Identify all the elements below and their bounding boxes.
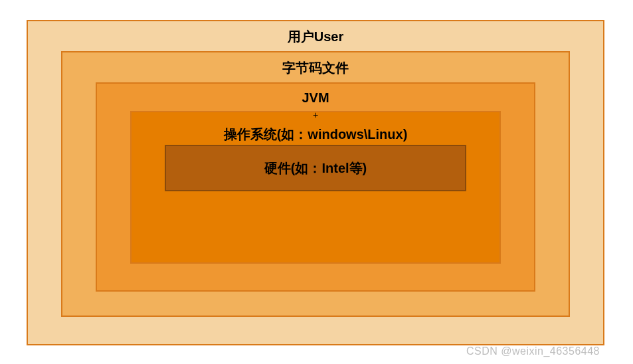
watermark-text: CSDN @weixin_46356448 [466, 345, 600, 357]
layer-bytecode: 字节码文件 JVM + 操作系统(如：windows\Linux) 硬件(如：I… [61, 51, 570, 317]
layer-hardware: 硬件(如：Intel等) [165, 145, 466, 191]
label-os: 操作系统(如：windows\Linux) [132, 118, 499, 145]
label-jvm: JVM [97, 84, 534, 111]
label-user: 用户User [28, 21, 603, 51]
layer-os: + 操作系统(如：windows\Linux) 硬件(如：Intel等) [130, 111, 501, 264]
layer-jvm: JVM + 操作系统(如：windows\Linux) 硬件(如：Intel等) [96, 82, 535, 292]
plus-symbol: + [132, 112, 499, 118]
layer-user: 用户User 字节码文件 JVM + 操作系统(如：windows\Linux)… [27, 20, 604, 345]
label-bytecode: 字节码文件 [62, 52, 569, 82]
label-hardware: 硬件(如：Intel等) [264, 159, 367, 177]
